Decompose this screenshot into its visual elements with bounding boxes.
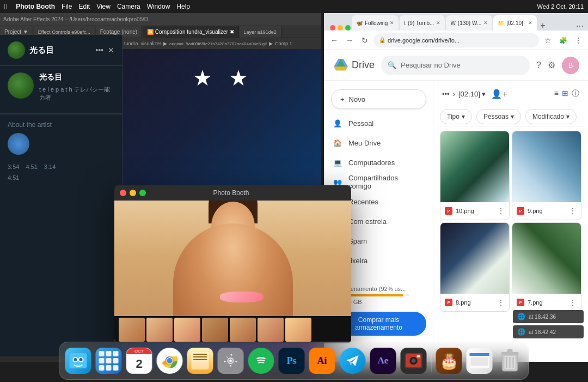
sidebar-meu-drive[interactable]: 🏠 Meu Drive (324, 133, 428, 153)
chrome-close[interactable] (330, 25, 335, 31)
screenshot-icon (467, 348, 493, 374)
filter-pessoas[interactable]: Pessoas ▾ (476, 109, 521, 124)
chrome-min[interactable] (338, 25, 343, 31)
chrome-logo-icon (159, 350, 181, 372)
menu-edit[interactable]: Edit (78, 3, 90, 10)
apple-menu[interactable]:  (4, 2, 7, 11)
dock-chrome[interactable] (156, 347, 184, 375)
tw-close-btn[interactable]: ✕ (108, 46, 114, 54)
spotify-icon (248, 348, 274, 374)
chrome-refresh[interactable]: ↻ (358, 34, 371, 47)
chrome-extensions[interactable]: 🧩 (556, 34, 569, 47)
filter-pessoas-label: Pessoas (483, 113, 509, 120)
after-effects-icon: Ae (370, 348, 396, 374)
drive-list-view[interactable]: ≡ (554, 89, 559, 99)
dock-after-effects[interactable]: Ae (369, 347, 397, 375)
notes-line (193, 359, 207, 360)
dock-notification-app[interactable]: 🎂 (435, 347, 463, 375)
chrome-tab-w[interactable]: W (130) W... ✕ (446, 15, 492, 31)
dock-finder[interactable] (64, 347, 93, 375)
menu-view[interactable]: View (96, 3, 111, 10)
tw-avatar-img (8, 41, 25, 59)
drive-new-button[interactable]: + Novo (331, 89, 426, 109)
drive-settings-icon[interactable]: ⚙ (548, 60, 555, 70)
chrome-bookmark[interactable]: ☆ (541, 34, 554, 47)
sidebar-computadores[interactable]: 💻 Computadores (324, 153, 428, 172)
dock-launchpad[interactable] (95, 347, 123, 375)
pb-thumb-7[interactable] (285, 318, 311, 342)
menu-window[interactable]: Window (147, 3, 170, 10)
filter-pessoas-chevron: ▾ (511, 113, 514, 120)
file-info-7png: P 7.png ⋮ (512, 294, 581, 311)
pb-thumb-1[interactable] (119, 318, 145, 342)
chrome-extend[interactable]: ⋯ (576, 22, 584, 31)
url-bar[interactable]: 🔒 drive.google.com/drive/fo... (373, 33, 539, 47)
tw-profile-bio: t e l e p a t h テレパシー能力者 (39, 86, 114, 102)
breadcrumb-dots[interactable]: ••• (442, 90, 450, 98)
dock-trash[interactable] (496, 347, 524, 375)
tw-profile-info: 光る目 t e l e p a t h テレパシー能力者 (39, 72, 114, 102)
breadcrumb-add-person[interactable]: 👤+ (491, 89, 507, 99)
tab-close-w[interactable]: ✕ (483, 20, 488, 26)
file-menu-7png[interactable]: ⋮ (569, 298, 577, 307)
tab-close-tumblr[interactable]: ✕ (436, 20, 440, 26)
dock-photo-booth[interactable] (400, 347, 428, 375)
pb-thumb-3[interactable] (174, 318, 200, 342)
dock-illustrator[interactable]: Ai (308, 347, 336, 375)
dock-screenshot[interactable] (465, 347, 494, 375)
pb-thumb-2[interactable] (146, 318, 173, 342)
grid-dot (99, 358, 105, 363)
sidebar-pessoal[interactable]: 👤 Pessoal (324, 113, 428, 133)
drive-search[interactable]: 🔍 Pesquisar no Drive (381, 56, 530, 75)
menu-help[interactable]: Help (176, 3, 190, 10)
breadcrumb-folder[interactable]: [02.10] ▾ (458, 90, 486, 98)
chrome-tab-following[interactable]: 🦋 Following ✕ (352, 15, 399, 31)
drive-grid-view[interactable]: ⊞ (562, 89, 568, 99)
menu-camera[interactable]: Camera (117, 3, 140, 10)
ae-tab-composition[interactable]: 🈚 Composition tundra_visualizer ✖ (143, 26, 239, 38)
chrome-menu[interactable]: ⋮ (572, 34, 585, 47)
dock-calendar[interactable]: OCT 2 (125, 347, 154, 375)
chrome-back[interactable]: ← (328, 34, 341, 47)
filter-modificado[interactable]: Modificado ▾ (525, 109, 577, 124)
photo-booth-icon (401, 348, 427, 374)
trash-icon (497, 348, 523, 374)
chrome-tab-drive[interactable]: 📁 [02.10] ✕ (493, 15, 537, 31)
tw-more-btn[interactable]: ••• (95, 46, 103, 54)
app-name[interactable]: Photo Booth (16, 3, 55, 10)
chrome-tab-tumblr[interactable]: t (9) Tumb... ✕ (400, 15, 445, 31)
chrome-forward[interactable]: → (343, 34, 356, 47)
drive-file-7png[interactable]: P 7.png ⋮ (512, 222, 581, 312)
filter-tipo[interactable]: Tipo ▾ (440, 109, 472, 124)
dock-telegram[interactable] (339, 347, 367, 375)
drive-file-8png[interactable]: P 8.png ⋮ (440, 222, 510, 312)
pb-thumb-4[interactable] (202, 318, 228, 342)
dock-spotify[interactable] (247, 347, 275, 375)
notif-text-1: at 18.42.36 (529, 314, 556, 320)
menu-file[interactable]: File (62, 3, 72, 10)
dock-notes[interactable] (186, 347, 215, 375)
screenshot-img-icon (470, 353, 489, 368)
drive-avatar[interactable]: B (562, 57, 579, 74)
file-menu-10png[interactable]: ⋮ (497, 207, 505, 215)
tab-close-following[interactable]: ✕ (390, 20, 394, 26)
chrome-max[interactable] (345, 25, 351, 31)
drive-file-9png[interactable]: P 9.png ⋮ (512, 131, 581, 220)
file-menu-8png[interactable]: ⋮ (497, 298, 505, 307)
sidebar-compartilhados-label: Compartilhados comigo (348, 174, 420, 190)
pb-thumb-5[interactable] (230, 318, 256, 342)
ae-tab-layer[interactable]: Layer a191de2 (240, 26, 281, 38)
grid-dot (106, 358, 112, 363)
dock-photoshop[interactable]: Ps (278, 347, 306, 375)
calendar-icon: OCT 2 (126, 348, 152, 374)
drive-new-plus: + (340, 95, 345, 104)
dock-settings[interactable] (217, 347, 245, 375)
chrome-new-tab[interactable]: + (540, 21, 545, 31)
drive-file-10png[interactable]: P 10.png ⋮ (440, 131, 510, 220)
tw-ts-3: 3:14 (44, 163, 56, 170)
drive-info-icon[interactable]: ⓘ (572, 89, 579, 99)
tab-close-drive[interactable]: ✕ (528, 20, 532, 26)
drive-help-icon[interactable]: ? (536, 60, 541, 70)
file-menu-9png[interactable]: ⋮ (569, 207, 577, 215)
pb-thumb-6[interactable] (258, 318, 284, 342)
